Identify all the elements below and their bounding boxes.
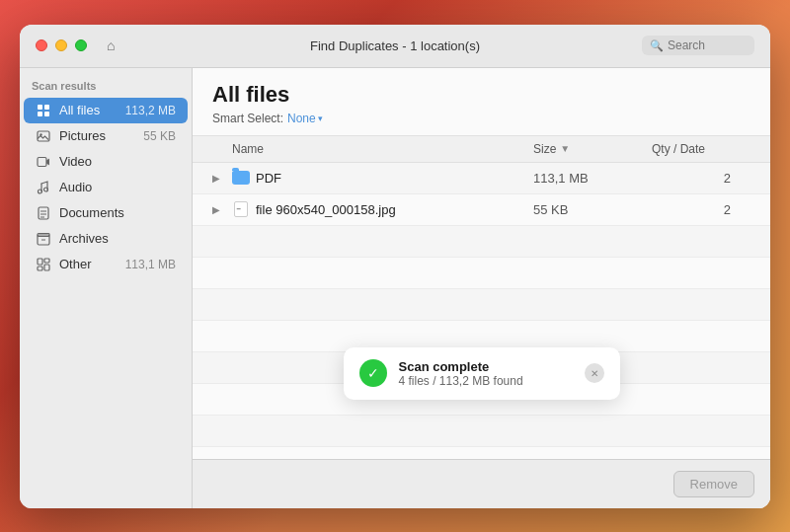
svg-rect-6 [38,157,46,166]
toast-text: Scan complete 4 files / 113,2 MB found [399,359,573,388]
traffic-lights [36,39,87,51]
sidebar: Scan results All files 113,2 MB [20,68,193,508]
toast-subtitle: 4 files / 113,2 MB found [399,374,573,388]
file-icon [232,200,250,218]
home-icon[interactable]: ⌂ [107,38,115,53]
remove-button[interactable]: Remove [673,471,754,497]
toast-close-button[interactable]: ✕ [585,363,604,383]
toast-check-icon: ✓ [359,359,387,387]
svg-rect-0 [38,105,42,110]
toast: ✓ Scan complete 4 files / 113,2 MB found… [344,347,620,400]
sidebar-item-all-files-label: All files [59,103,118,117]
svg-rect-16 [38,259,42,265]
sidebar-item-archives[interactable]: Archives [24,226,188,252]
sort-arrow-icon: ▼ [560,143,570,154]
bottom-bar: Remove [193,459,770,508]
other-icon [36,257,51,272]
svg-rect-3 [44,112,49,116]
search-input[interactable] [668,38,747,52]
sidebar-item-documents-label: Documents [59,205,176,220]
sidebar-item-other-size: 113,1 MB [125,258,176,271]
maximize-button[interactable] [75,39,87,51]
file-table: Name Size ▼ Qty / Date ▶ PDF 113,1 MB 2 [193,135,770,459]
col-header-size: Size ▼ [533,142,652,156]
svg-rect-2 [38,112,42,116]
smart-select-row: Smart Select: None ▾ [212,112,750,125]
toast-container: ✓ Scan complete 4 files / 113,2 MB found… [344,347,620,400]
expand-icon[interactable]: ▶ [212,204,228,215]
sidebar-item-other-label: Other [59,257,118,271]
search-icon: 🔍 [650,39,664,52]
row-name-pdf: PDF [256,171,533,186]
col-header-qty: Qty / Date [652,142,750,156]
close-button[interactable] [36,39,47,51]
row-qty-jpg: 2 [652,202,750,217]
empty-row [193,258,770,289]
video-icon [36,154,51,170]
folder-icon [232,169,250,187]
table-row[interactable]: ▶ PDF 113,1 MB 2 [193,163,770,194]
col-header-name: Name [232,142,533,156]
all-files-icon [36,103,51,118]
row-name-jpg: file 960x540_000158.jpg [256,202,533,217]
smart-select-label: Smart Select: [212,112,283,125]
page-title: All files [212,82,750,108]
row-qty-pdf: 2 [652,171,750,186]
main-header: All files Smart Select: None ▾ [193,68,770,135]
sidebar-item-video[interactable]: Video [24,149,188,175]
sidebar-item-audio-label: Audio [59,180,176,194]
window-title: Find Duplicates - 1 location(s) [310,38,480,53]
search-box[interactable]: 🔍 [642,36,754,55]
table-header: Name Size ▼ Qty / Date [193,135,770,163]
sidebar-item-other[interactable]: Other 113,1 MB [24,252,188,277]
sidebar-section-label: Scan results [20,80,192,98]
svg-rect-18 [38,266,42,270]
svg-rect-19 [44,265,49,270]
pictures-icon [36,128,51,144]
sidebar-item-archives-label: Archives [59,231,176,246]
svg-rect-17 [44,259,49,263]
table-row[interactable]: ▶ file 960x540_000158.jpg 55 KB 2 [193,194,770,226]
smart-select-value: None [287,112,316,125]
row-size-jpg: 55 KB [533,202,652,217]
documents-icon [36,205,51,221]
audio-icon [36,180,51,195]
sidebar-item-pictures-size: 55 KB [143,129,176,143]
minimize-button[interactable] [55,39,67,51]
titlebar: ⌂ Find Duplicates - 1 location(s) 🔍 [20,25,770,68]
app-window: ⌂ Find Duplicates - 1 location(s) 🔍 Scan… [20,25,770,508]
sidebar-item-video-label: Video [59,154,176,169]
svg-rect-1 [44,105,49,110]
sidebar-item-audio[interactable]: Audio [24,175,188,200]
sidebar-item-documents[interactable]: Documents [24,200,188,226]
svg-point-7 [39,190,42,193]
row-size-pdf: 113,1 MB [533,171,652,186]
empty-row [193,416,770,447]
archives-icon [36,231,51,247]
chevron-down-icon: ▾ [318,114,323,123]
sidebar-item-pictures[interactable]: Pictures 55 KB [24,123,188,149]
empty-row [193,289,770,321]
smart-select-dropdown[interactable]: None ▾ [287,112,323,125]
toast-title: Scan complete [399,359,573,374]
expand-icon[interactable]: ▶ [212,173,228,184]
sidebar-item-all-files[interactable]: All files 113,2 MB [24,98,188,123]
sidebar-item-all-files-size: 113,2 MB [125,104,176,117]
svg-point-8 [44,188,48,191]
main-content: All files Smart Select: None ▾ Name Size [193,68,770,508]
empty-row [193,226,770,258]
sidebar-item-pictures-label: Pictures [59,128,135,143]
content-area: Scan results All files 113,2 MB [20,68,770,508]
